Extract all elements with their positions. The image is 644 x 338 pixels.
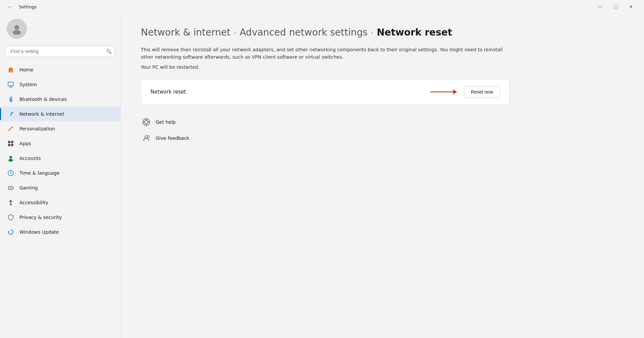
sidebar-item-label-bluetooth: Bluetooth & devices (19, 97, 67, 102)
sidebar: 🔍 HomeSystemBluetooth & devicesNetwork &… (0, 13, 121, 338)
sidebar-item-label-network: Network & internet (19, 111, 64, 117)
breadcrumb-current: Network reset (377, 27, 452, 38)
nav-list: HomeSystemBluetooth & devicesNetwork & i… (0, 62, 120, 239)
sidebar-item-gaming[interactable]: Gaming (0, 180, 120, 195)
breadcrumb-advanced[interactable]: Advanced network settings (239, 27, 367, 38)
reset-card-label: Network reset (151, 89, 186, 95)
sidebar-item-personalization[interactable]: Personalization (0, 121, 120, 136)
get-help-label: Get help (156, 119, 176, 125)
minimize-button[interactable]: — (592, 1, 608, 12)
svg-point-25 (145, 120, 148, 124)
svg-marker-21 (8, 231, 10, 232)
svg-rect-8 (11, 141, 13, 143)
avatar-section (0, 13, 120, 46)
svg-point-19 (12, 188, 12, 188)
accounts-icon (7, 154, 15, 162)
sidebar-item-label-privacy: Privacy & security (19, 215, 62, 220)
sidebar-item-label-home: Home (19, 67, 33, 72)
svg-rect-2 (8, 82, 13, 86)
search-icon: 🔍 (106, 49, 112, 54)
sidebar-item-label-apps: Apps (19, 141, 31, 146)
svg-line-15 (11, 173, 12, 174)
sidebar-item-label-time: Time & language (19, 170, 59, 176)
time-icon (7, 169, 15, 177)
svg-point-20 (10, 200, 11, 201)
title-bar-left: ← Settings (5, 2, 37, 11)
sidebar-item-label-update: Windows Update (19, 229, 59, 235)
update-icon (7, 228, 15, 236)
give-feedback-label: Give feedback (156, 135, 189, 141)
title-bar: ← Settings — ⬜ ✕ (0, 0, 644, 13)
reset-now-button[interactable]: Reset now (464, 86, 500, 98)
sidebar-item-label-personalization: Personalization (19, 126, 55, 131)
search-box[interactable]: 🔍 (5, 46, 115, 57)
sidebar-item-label-accounts: Accounts (19, 156, 41, 161)
bluetooth-icon (7, 95, 15, 103)
get-help-item[interactable]: Get help (141, 115, 510, 129)
accessibility-icon (7, 199, 15, 207)
get-help-icon (142, 117, 151, 127)
svg-rect-7 (8, 141, 10, 143)
maximize-button[interactable]: ⬜ (608, 1, 623, 12)
breadcrumb-sep-2: › (371, 29, 373, 36)
help-section: Get help + Give feedback (141, 115, 510, 145)
system-icon (7, 80, 15, 89)
sidebar-item-apps[interactable]: Apps (0, 136, 120, 151)
privacy-icon (7, 213, 15, 221)
reset-card: Network reset Reset now (141, 79, 510, 105)
sidebar-item-home[interactable]: Home (0, 62, 120, 77)
svg-rect-10 (11, 144, 13, 146)
reset-card-right: Reset now (430, 86, 500, 98)
sidebar-item-privacy[interactable]: Privacy & security (0, 210, 120, 225)
network-icon (7, 110, 15, 118)
svg-point-12 (8, 159, 13, 162)
svg-rect-3 (10, 87, 12, 87)
apps-icon (7, 139, 15, 148)
breadcrumb-sep-1: › (234, 29, 236, 36)
page-note: Your PC will be restarted. (141, 64, 624, 70)
window-controls: — ⬜ ✕ (592, 1, 639, 12)
page-description: This will remove then reinstall all your… (141, 46, 510, 61)
sidebar-item-time[interactable]: Time & language (0, 166, 120, 180)
sidebar-item-bluetooth[interactable]: Bluetooth & devices (0, 92, 120, 107)
arrow-annotation (430, 87, 457, 97)
app-body: 🔍 HomeSystemBluetooth & devicesNetwork &… (0, 13, 644, 338)
app-title: Settings (19, 4, 37, 9)
svg-text:+: + (148, 136, 149, 138)
sidebar-item-accounts[interactable]: Accounts (0, 151, 120, 166)
sidebar-item-label-system: System (19, 82, 37, 87)
give-feedback-icon: + (142, 133, 151, 143)
svg-point-1 (13, 30, 21, 35)
back-button[interactable]: ← (5, 2, 15, 11)
search-input[interactable] (5, 46, 115, 57)
svg-point-5 (10, 115, 11, 116)
svg-point-0 (14, 25, 19, 30)
breadcrumb-network[interactable]: Network & internet (141, 27, 230, 38)
sidebar-item-label-accessibility: Accessibility (19, 200, 48, 205)
svg-rect-9 (8, 144, 10, 146)
breadcrumb: Network & internet › Advanced network se… (141, 27, 624, 38)
svg-line-6 (8, 127, 12, 131)
svg-marker-23 (453, 90, 457, 94)
svg-rect-4 (9, 87, 12, 88)
main-content: Network & internet › Advanced network se… (121, 13, 644, 338)
sidebar-item-label-gaming: Gaming (19, 185, 38, 190)
personalization-icon (7, 125, 15, 133)
sidebar-item-system[interactable]: System (0, 77, 120, 92)
sidebar-item-accessibility[interactable]: Accessibility (0, 195, 120, 210)
home-icon (7, 66, 15, 74)
give-feedback-item[interactable]: + Give feedback (141, 131, 510, 145)
avatar (7, 19, 27, 39)
svg-point-11 (9, 156, 12, 159)
close-button[interactable]: ✕ (623, 1, 639, 12)
sidebar-item-network[interactable]: Network & internet (0, 107, 120, 121)
gaming-icon (7, 184, 15, 192)
sidebar-item-update[interactable]: Windows Update (0, 225, 120, 239)
